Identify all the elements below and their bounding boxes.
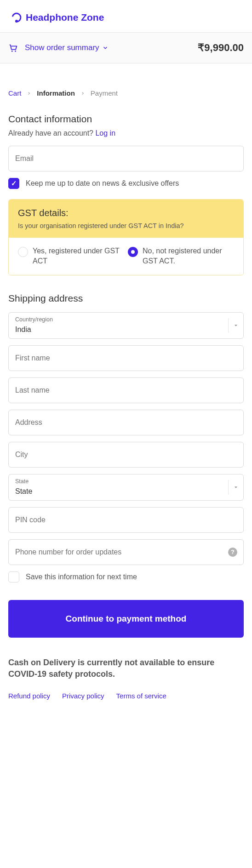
breadcrumb-cart[interactable]: Cart — [8, 89, 21, 97]
brand-logo[interactable]: Headphone Zone — [11, 12, 244, 23]
email-field[interactable] — [8, 146, 244, 171]
help-icon[interactable]: ? — [228, 548, 237, 557]
gst-yes-option[interactable]: Yes, registered under GST ACT — [18, 246, 124, 267]
brand-icon — [11, 12, 22, 23]
gst-title: GST details: — [18, 208, 234, 218]
chevron-right-icon — [80, 91, 85, 96]
have-account-text: Already have an account? — [8, 129, 93, 137]
caret-down-icon — [228, 480, 239, 495]
header: Headphone Zone — [0, 0, 252, 32]
cod-notice: Cash on Delivery is currently not availa… — [8, 657, 244, 680]
country-select[interactable]: Country/region India — [8, 312, 244, 339]
login-link[interactable]: Log in — [95, 129, 115, 137]
gst-subtitle: Is your organisation registered under GS… — [18, 222, 234, 229]
newsletter-label: Keep me up to date on news & exclusive o… — [26, 179, 179, 188]
caret-down-icon — [228, 318, 239, 333]
gst-yes-label: Yes, registered under GST ACT — [33, 246, 124, 267]
phone-field[interactable] — [8, 539, 244, 565]
country-value: India — [15, 326, 31, 334]
breadcrumb: Cart Information Payment — [8, 89, 244, 97]
gst-no-label: No, not registered under GST ACT. — [143, 246, 234, 267]
summary-toggle-label: Show order summary — [25, 43, 99, 52]
svg-point-1 — [15, 20, 18, 23]
privacy-policy-link[interactable]: Privacy policy — [62, 692, 104, 700]
first-name-field[interactable] — [8, 345, 244, 371]
save-info-checkbox[interactable] — [8, 571, 19, 582]
chevron-right-icon — [27, 91, 31, 96]
save-info-label: Save this information for next time — [26, 573, 137, 581]
state-value: State — [15, 487, 32, 496]
chevron-down-icon — [102, 45, 109, 51]
country-label: Country/region — [15, 316, 53, 323]
svg-point-2 — [11, 51, 13, 52]
state-select[interactable]: State State — [8, 474, 244, 501]
terms-link[interactable]: Terms of service — [116, 692, 166, 700]
pin-code-field[interactable] — [8, 507, 244, 533]
radio-icon — [128, 247, 138, 257]
order-summary-toggle[interactable]: Show order summary ₹9,990.00 — [0, 32, 252, 63]
last-name-field[interactable] — [8, 377, 244, 403]
breadcrumb-payment: Payment — [91, 89, 118, 97]
state-label: State — [15, 478, 29, 485]
refund-policy-link[interactable]: Refund policy — [8, 692, 50, 700]
contact-title: Contact information — [8, 114, 244, 125]
continue-button[interactable]: Continue to payment method — [8, 600, 244, 638]
address-field[interactable] — [8, 410, 244, 435]
gst-no-option[interactable]: No, not registered under GST ACT. — [128, 246, 234, 267]
city-field[interactable] — [8, 442, 244, 468]
breadcrumb-information: Information — [37, 89, 75, 97]
shipping-title: Shipping address — [8, 293, 244, 304]
svg-point-3 — [15, 51, 16, 52]
order-total: ₹9,990.00 — [198, 42, 244, 54]
brand-name: Headphone Zone — [26, 12, 104, 23]
cart-icon — [8, 43, 18, 53]
newsletter-checkbox[interactable] — [8, 178, 19, 189]
gst-panel: GST details: Is your organisation regist… — [8, 199, 244, 275]
footer-links: Refund policy Privacy policy Terms of se… — [8, 692, 244, 700]
radio-icon — [18, 247, 28, 257]
